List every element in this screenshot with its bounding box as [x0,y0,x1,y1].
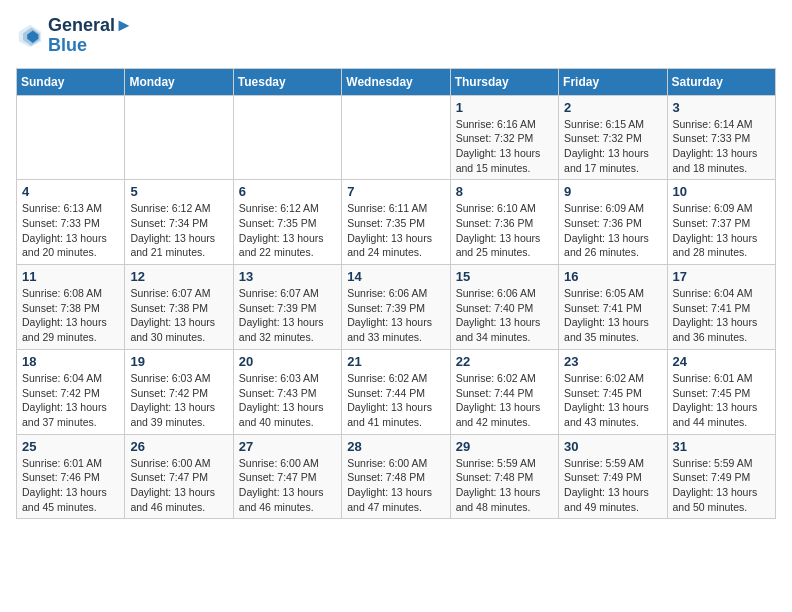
day-info: Sunrise: 6:06 AM Sunset: 7:39 PM Dayligh… [347,286,444,345]
header-thursday: Thursday [450,68,558,95]
calendar-cell: 23Sunrise: 6:02 AM Sunset: 7:45 PM Dayli… [559,349,667,434]
day-number: 26 [130,439,227,454]
day-number: 28 [347,439,444,454]
header-tuesday: Tuesday [233,68,341,95]
header-sunday: Sunday [17,68,125,95]
day-info: Sunrise: 6:01 AM Sunset: 7:45 PM Dayligh… [673,371,770,430]
calendar-cell: 7Sunrise: 6:11 AM Sunset: 7:35 PM Daylig… [342,180,450,265]
day-number: 11 [22,269,119,284]
calendar-cell [17,95,125,180]
day-number: 15 [456,269,553,284]
logo-text: General► Blue [48,16,133,56]
calendar-cell: 8Sunrise: 6:10 AM Sunset: 7:36 PM Daylig… [450,180,558,265]
calendar-cell: 9Sunrise: 6:09 AM Sunset: 7:36 PM Daylig… [559,180,667,265]
day-info: Sunrise: 6:04 AM Sunset: 7:41 PM Dayligh… [673,286,770,345]
day-number: 2 [564,100,661,115]
day-info: Sunrise: 6:06 AM Sunset: 7:40 PM Dayligh… [456,286,553,345]
calendar-cell: 6Sunrise: 6:12 AM Sunset: 7:35 PM Daylig… [233,180,341,265]
header-saturday: Saturday [667,68,775,95]
calendar-week-row: 1Sunrise: 6:16 AM Sunset: 7:32 PM Daylig… [17,95,776,180]
calendar-cell: 12Sunrise: 6:07 AM Sunset: 7:38 PM Dayli… [125,265,233,350]
calendar-table: SundayMondayTuesdayWednesdayThursdayFrid… [16,68,776,520]
calendar-week-row: 4Sunrise: 6:13 AM Sunset: 7:33 PM Daylig… [17,180,776,265]
calendar-cell: 29Sunrise: 5:59 AM Sunset: 7:48 PM Dayli… [450,434,558,519]
calendar-cell: 15Sunrise: 6:06 AM Sunset: 7:40 PM Dayli… [450,265,558,350]
day-info: Sunrise: 6:16 AM Sunset: 7:32 PM Dayligh… [456,117,553,176]
calendar-cell: 22Sunrise: 6:02 AM Sunset: 7:44 PM Dayli… [450,349,558,434]
calendar-cell: 4Sunrise: 6:13 AM Sunset: 7:33 PM Daylig… [17,180,125,265]
logo-icon [16,22,44,50]
calendar-cell: 21Sunrise: 6:02 AM Sunset: 7:44 PM Dayli… [342,349,450,434]
day-info: Sunrise: 6:07 AM Sunset: 7:39 PM Dayligh… [239,286,336,345]
day-number: 27 [239,439,336,454]
day-number: 23 [564,354,661,369]
day-info: Sunrise: 6:08 AM Sunset: 7:38 PM Dayligh… [22,286,119,345]
day-number: 18 [22,354,119,369]
calendar-cell: 24Sunrise: 6:01 AM Sunset: 7:45 PM Dayli… [667,349,775,434]
header-friday: Friday [559,68,667,95]
day-info: Sunrise: 6:12 AM Sunset: 7:35 PM Dayligh… [239,201,336,260]
calendar-cell: 13Sunrise: 6:07 AM Sunset: 7:39 PM Dayli… [233,265,341,350]
header-wednesday: Wednesday [342,68,450,95]
day-info: Sunrise: 6:15 AM Sunset: 7:32 PM Dayligh… [564,117,661,176]
calendar-cell: 18Sunrise: 6:04 AM Sunset: 7:42 PM Dayli… [17,349,125,434]
calendar-cell [125,95,233,180]
calendar-week-row: 11Sunrise: 6:08 AM Sunset: 7:38 PM Dayli… [17,265,776,350]
calendar-cell: 17Sunrise: 6:04 AM Sunset: 7:41 PM Dayli… [667,265,775,350]
calendar-cell: 30Sunrise: 5:59 AM Sunset: 7:49 PM Dayli… [559,434,667,519]
calendar-cell: 3Sunrise: 6:14 AM Sunset: 7:33 PM Daylig… [667,95,775,180]
day-number: 22 [456,354,553,369]
day-number: 10 [673,184,770,199]
day-number: 19 [130,354,227,369]
day-number: 1 [456,100,553,115]
day-number: 16 [564,269,661,284]
day-info: Sunrise: 6:09 AM Sunset: 7:37 PM Dayligh… [673,201,770,260]
day-info: Sunrise: 6:09 AM Sunset: 7:36 PM Dayligh… [564,201,661,260]
day-number: 20 [239,354,336,369]
calendar-cell: 11Sunrise: 6:08 AM Sunset: 7:38 PM Dayli… [17,265,125,350]
day-info: Sunrise: 6:13 AM Sunset: 7:33 PM Dayligh… [22,201,119,260]
day-number: 17 [673,269,770,284]
day-number: 29 [456,439,553,454]
day-number: 7 [347,184,444,199]
day-info: Sunrise: 6:14 AM Sunset: 7:33 PM Dayligh… [673,117,770,176]
day-number: 24 [673,354,770,369]
calendar-cell: 10Sunrise: 6:09 AM Sunset: 7:37 PM Dayli… [667,180,775,265]
day-number: 25 [22,439,119,454]
calendar-cell: 20Sunrise: 6:03 AM Sunset: 7:43 PM Dayli… [233,349,341,434]
calendar-week-row: 18Sunrise: 6:04 AM Sunset: 7:42 PM Dayli… [17,349,776,434]
day-info: Sunrise: 6:01 AM Sunset: 7:46 PM Dayligh… [22,456,119,515]
day-number: 31 [673,439,770,454]
day-number: 3 [673,100,770,115]
calendar-cell: 31Sunrise: 5:59 AM Sunset: 7:49 PM Dayli… [667,434,775,519]
day-info: Sunrise: 6:07 AM Sunset: 7:38 PM Dayligh… [130,286,227,345]
day-info: Sunrise: 6:02 AM Sunset: 7:45 PM Dayligh… [564,371,661,430]
day-number: 9 [564,184,661,199]
day-info: Sunrise: 6:10 AM Sunset: 7:36 PM Dayligh… [456,201,553,260]
day-info: Sunrise: 6:04 AM Sunset: 7:42 PM Dayligh… [22,371,119,430]
day-number: 5 [130,184,227,199]
day-number: 14 [347,269,444,284]
calendar-header-row: SundayMondayTuesdayWednesdayThursdayFrid… [17,68,776,95]
calendar-cell: 19Sunrise: 6:03 AM Sunset: 7:42 PM Dayli… [125,349,233,434]
day-info: Sunrise: 6:00 AM Sunset: 7:47 PM Dayligh… [130,456,227,515]
day-info: Sunrise: 6:03 AM Sunset: 7:43 PM Dayligh… [239,371,336,430]
calendar-cell: 5Sunrise: 6:12 AM Sunset: 7:34 PM Daylig… [125,180,233,265]
day-number: 8 [456,184,553,199]
day-info: Sunrise: 6:02 AM Sunset: 7:44 PM Dayligh… [347,371,444,430]
calendar-cell: 25Sunrise: 6:01 AM Sunset: 7:46 PM Dayli… [17,434,125,519]
calendar-cell: 26Sunrise: 6:00 AM Sunset: 7:47 PM Dayli… [125,434,233,519]
day-info: Sunrise: 6:03 AM Sunset: 7:42 PM Dayligh… [130,371,227,430]
day-number: 12 [130,269,227,284]
day-info: Sunrise: 6:00 AM Sunset: 7:48 PM Dayligh… [347,456,444,515]
day-number: 4 [22,184,119,199]
day-info: Sunrise: 5:59 AM Sunset: 7:49 PM Dayligh… [673,456,770,515]
calendar-cell: 1Sunrise: 6:16 AM Sunset: 7:32 PM Daylig… [450,95,558,180]
calendar-cell: 27Sunrise: 6:00 AM Sunset: 7:47 PM Dayli… [233,434,341,519]
day-info: Sunrise: 6:12 AM Sunset: 7:34 PM Dayligh… [130,201,227,260]
day-number: 13 [239,269,336,284]
page-header: General► Blue [16,16,776,56]
day-info: Sunrise: 5:59 AM Sunset: 7:49 PM Dayligh… [564,456,661,515]
day-info: Sunrise: 5:59 AM Sunset: 7:48 PM Dayligh… [456,456,553,515]
day-info: Sunrise: 6:02 AM Sunset: 7:44 PM Dayligh… [456,371,553,430]
